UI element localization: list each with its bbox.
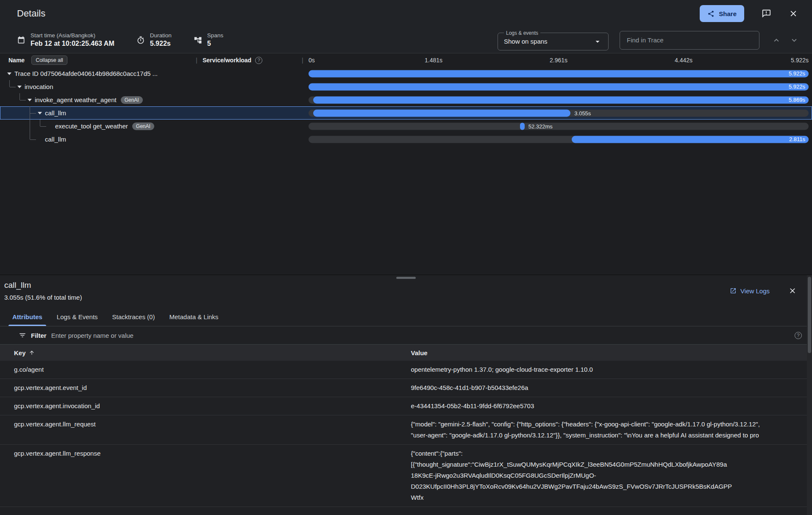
name-column-header: Name Collapse all: [0, 56, 196, 65]
start-time-value: Feb 12 at 10:02:25.463 AM: [31, 39, 114, 48]
trace-row[interactable]: execute_tool get_weatherGenAI52.322ms: [0, 120, 812, 133]
sort-ascending-icon[interactable]: [29, 350, 35, 356]
tree-guide-elbow: [30, 113, 36, 114]
duration-label: 5.869s: [789, 97, 805, 103]
tree-guide-line: [9, 80, 10, 87]
logs-events-legend: Logs & events: [504, 30, 540, 36]
attribute-row: g.co/agentopentelemetry-python 1.37.0; g…: [0, 361, 812, 379]
service-help-icon[interactable]: ?: [255, 57, 262, 64]
trace-row[interactable]: call_llm3.055s: [0, 106, 812, 120]
tree-guide-line: [30, 120, 30, 133]
open-in-new-icon: [730, 287, 737, 294]
attributes-table-body: g.co/agentopentelemetry-python 1.37.0; g…: [0, 361, 812, 507]
panel-header: call_llm 3.055s (51.6% of total time) Vi…: [0, 281, 812, 301]
timeline-cell: 5.922s: [309, 67, 809, 80]
share-button[interactable]: Share: [700, 5, 744, 22]
attribute-key: g.co/agent: [0, 364, 411, 375]
start-time-block: Start time (Asia/Bangkok) Feb 12 at 10:0…: [17, 32, 114, 48]
trace-row[interactable]: invocation5.922s: [0, 80, 812, 93]
trace-row[interactable]: Trace ID 0d75064afde040614b98d68c0acc17d…: [0, 67, 812, 80]
view-logs-label: View Logs: [740, 287, 770, 295]
tab-metadata-links[interactable]: Metadata & Links: [162, 308, 225, 326]
attribute-row: gcp.vertex.agent.invocation_ide-43441354…: [0, 397, 812, 415]
panel-resize-handle[interactable]: [396, 277, 416, 279]
timeline-track: [309, 122, 809, 130]
timeline-tick: 2.961s: [550, 57, 567, 64]
service-column-header: | Service/workload ?: [196, 57, 301, 64]
start-time-label: Start time (Asia/Bangkok): [31, 32, 114, 39]
span-duration-bar[interactable]: 5.922s: [309, 83, 809, 90]
span-label: Trace ID 0d75064afde040614b98d68c0acc17d…: [14, 70, 158, 77]
expand-chevron-icon[interactable]: [15, 86, 24, 88]
timeline-cell: 2.811s: [309, 133, 809, 146]
span-label: execute_tool get_weather: [55, 122, 128, 130]
close-icon: [789, 9, 798, 18]
spans-count: 5: [207, 39, 223, 48]
tree-guide-elbow: [10, 87, 16, 87]
timeline-cell: 5.922s: [309, 80, 809, 93]
attribute-filter-input[interactable]: [51, 332, 790, 339]
find-previous-button[interactable]: [770, 33, 782, 48]
logs-events-selected-value: Show on spans: [504, 38, 548, 45]
expand-chevron-icon[interactable]: [25, 99, 34, 101]
close-panel-button[interactable]: [785, 283, 800, 298]
attribute-key: gcp.vertex.agent.llm_request: [0, 419, 411, 441]
attribute-row: gcp.vertex.agent.llm_request{"model": "g…: [0, 415, 812, 445]
span-name-cell: invoke_agent weather_agentGenAI: [0, 93, 196, 106]
span-duration-bar[interactable]: 2.811s: [572, 136, 809, 143]
duration-label: 52.322ms: [528, 123, 553, 129]
timeline-axis: | 0s1.481s2.961s4.442s5.922s: [301, 53, 812, 67]
attribute-value: {"content":{"parts": [{"thought_signatur…: [411, 448, 788, 503]
duration-label: Duration: [150, 32, 172, 39]
tab-attributes[interactable]: Attributes: [5, 308, 50, 326]
span-duration-bar[interactable]: 5.922s: [309, 70, 809, 77]
span-name-cell: call_llm: [0, 106, 196, 120]
detail-tabs: AttributesLogs & EventsStacktraces (0)Me…: [0, 308, 812, 326]
expand-chevron-icon[interactable]: [36, 112, 44, 114]
share-icon: [707, 10, 715, 17]
timer-icon: [136, 36, 145, 45]
span-duration-bar[interactable]: [520, 122, 525, 130]
page-title: Details: [17, 8, 45, 19]
filter-help-icon[interactable]: ?: [795, 332, 802, 339]
spans-block: Spans 5: [194, 32, 223, 48]
close-details-button[interactable]: [786, 6, 801, 21]
tab-logs-events[interactable]: Logs & Events: [50, 308, 105, 326]
find-next-button[interactable]: [788, 33, 800, 48]
logs-events-select[interactable]: Show on spans: [504, 37, 602, 46]
span-duration-bar[interactable]: 5.869s: [313, 96, 809, 103]
name-header-label: Name: [8, 57, 25, 64]
attribute-value: e-43441354-05b2-4b11-9fdd-6f6792ee5703: [411, 401, 788, 412]
find-in-trace-input[interactable]: [620, 31, 759, 50]
scrollbar-thumb[interactable]: [808, 277, 811, 353]
span-name-cell: invocation: [0, 80, 196, 93]
key-column-header[interactable]: Key: [14, 349, 26, 356]
span-duration-bar[interactable]: [313, 109, 571, 117]
span-name-cell: call_llm: [0, 133, 196, 146]
feedback-button[interactable]: [759, 6, 774, 21]
view-logs-link[interactable]: View Logs: [730, 287, 770, 295]
attribute-key: gcp.vertex.agent.llm_response: [0, 448, 411, 503]
timeline-cell: 52.322ms: [309, 120, 809, 133]
timeline-cell: 3.055s: [309, 106, 809, 120]
chevron-up-icon: [772, 36, 781, 45]
close-icon: [788, 287, 797, 295]
trace-row[interactable]: invoke_agent weather_agentGenAI5.869s: [0, 93, 812, 106]
duration-label: 5.922s: [789, 84, 805, 90]
duration-value: 5.922s: [150, 39, 172, 48]
attribute-value: {"model": "gemini-2.5-flash", "config": …: [411, 419, 788, 441]
span-duration-summary: 3.055s (51.6% of total time): [4, 294, 730, 301]
expand-chevron-icon[interactable]: [5, 72, 14, 75]
attribute-row: gcp.vertex.agent.event_id9fe6490c-458c-4…: [0, 379, 812, 397]
timeline-tick: 4.442s: [675, 57, 692, 64]
attribute-value: 9fe6490c-458c-41d1-b907-b50433efe26a: [411, 382, 788, 393]
tab-stacktraces-0[interactable]: Stacktraces (0): [105, 308, 162, 326]
genai-badge: GenAI: [132, 122, 154, 130]
timeline-tick: 5.922s: [791, 57, 809, 64]
collapse-all-button[interactable]: Collapse all: [31, 56, 67, 65]
tree-guide-elbow: [20, 100, 26, 100]
trace-waterfall: Trace ID 0d75064afde040614b98d68c0acc17d…: [0, 67, 812, 146]
span-label: call_llm: [45, 109, 66, 117]
timeline-cell: 5.869s: [309, 93, 809, 106]
trace-row[interactable]: call_llm2.811s: [0, 133, 812, 146]
